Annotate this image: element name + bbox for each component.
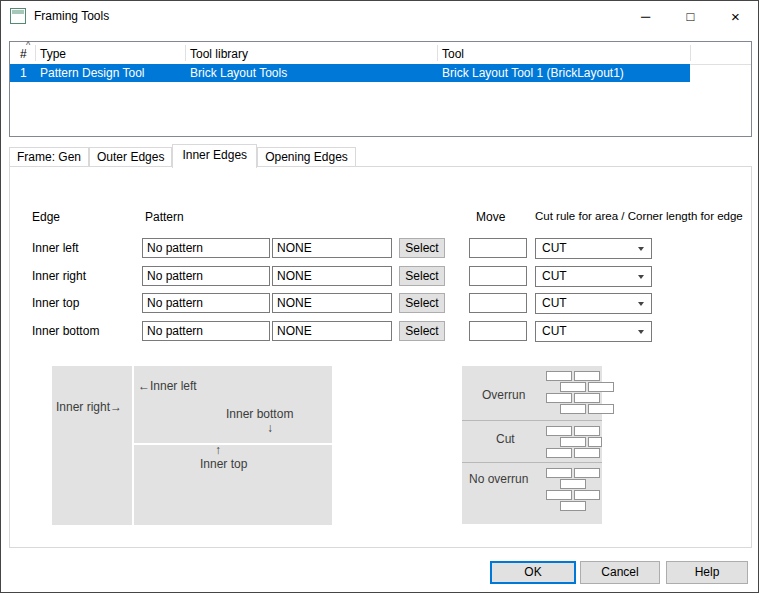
edge-label: Inner left bbox=[32, 241, 79, 255]
brick bbox=[574, 426, 600, 436]
cell-number: 1 bbox=[20, 64, 27, 82]
move-field[interactable] bbox=[469, 238, 527, 258]
pattern-library-field[interactable] bbox=[272, 293, 392, 313]
table-row-selected[interactable]: 1 Pattern Design Tool Brick Layout Tools… bbox=[10, 64, 690, 82]
chevron-down-icon bbox=[638, 275, 644, 279]
header-cut-rule: Cut rule for area / Corner length for ed… bbox=[535, 210, 743, 222]
column-header-tool-library[interactable]: Tool library bbox=[190, 47, 248, 61]
pattern-library-field[interactable] bbox=[272, 238, 392, 258]
brick bbox=[574, 448, 600, 458]
legend-label-no-overrun: No overrun bbox=[469, 472, 528, 486]
up-arrow-icon: ↑ bbox=[215, 443, 221, 457]
pattern-field[interactable] bbox=[142, 321, 270, 341]
cut-rule-dropdown[interactable]: CUT bbox=[535, 321, 652, 342]
brick bbox=[588, 404, 614, 414]
inner-edges-panel: Edge Pattern Move Cut rule for area / Co… bbox=[9, 166, 752, 548]
maximize-icon: □ bbox=[687, 9, 695, 24]
brick bbox=[560, 437, 586, 447]
pattern-library-field[interactable] bbox=[272, 266, 392, 286]
tab-opening-edges[interactable]: Opening Edges bbox=[257, 147, 356, 167]
column-header-tool[interactable]: Tool bbox=[442, 47, 464, 61]
tab-frame-gen[interactable]: Frame: Gen bbox=[9, 147, 89, 167]
legend-label-cut: Cut bbox=[496, 432, 515, 446]
pattern-field[interactable] bbox=[142, 293, 270, 313]
window-controls: ─ □ × bbox=[623, 1, 758, 31]
help-button[interactable]: Help bbox=[666, 561, 748, 584]
select-button[interactable]: Select bbox=[399, 238, 445, 258]
tab-strip: Frame: Gen Outer Edges Inner Edges Openi… bbox=[9, 144, 356, 167]
ok-button[interactable]: OK bbox=[490, 561, 576, 584]
brick bbox=[546, 448, 572, 458]
move-field[interactable] bbox=[469, 293, 527, 313]
diagram-label-inner-bottom: Inner bottom bbox=[226, 407, 293, 421]
column-header-type[interactable]: Type bbox=[40, 47, 66, 61]
close-icon: × bbox=[731, 8, 740, 25]
titlebar[interactable]: Framing Tools ─ □ × bbox=[1, 1, 758, 31]
close-button[interactable]: × bbox=[713, 1, 758, 31]
framing-tools-dialog: Framing Tools ─ □ × ^ # Type Tool librar… bbox=[0, 0, 759, 593]
legend-divider bbox=[462, 420, 602, 421]
cut-rule-value: CUT bbox=[542, 296, 567, 310]
cancel-button[interactable]: Cancel bbox=[580, 561, 660, 584]
chevron-down-icon bbox=[638, 302, 644, 306]
tab-inner-edges[interactable]: Inner Edges bbox=[172, 144, 257, 168]
chevron-down-icon bbox=[638, 247, 644, 251]
diagram-top-box bbox=[134, 366, 332, 443]
brick bbox=[546, 371, 572, 381]
select-button[interactable]: Select bbox=[399, 293, 445, 313]
edge-row-inner-right: Inner right Select CUT bbox=[10, 266, 751, 287]
tool-table: ^ # Type Tool library Tool 1 Pattern Des… bbox=[9, 41, 752, 137]
maximize-button[interactable]: □ bbox=[668, 1, 713, 31]
cut-rule-value: CUT bbox=[542, 324, 567, 338]
diagram-label-inner-top: Inner top bbox=[200, 457, 247, 471]
tool-table-header: ^ # Type Tool library Tool bbox=[10, 42, 751, 65]
pattern-field[interactable] bbox=[142, 238, 270, 258]
brick bbox=[546, 468, 572, 478]
cell-tool-library: Brick Layout Tools bbox=[190, 64, 287, 82]
move-field[interactable] bbox=[469, 321, 527, 341]
tab-outer-edges[interactable]: Outer Edges bbox=[89, 147, 172, 167]
down-arrow-icon: ↓ bbox=[267, 421, 273, 435]
brick bbox=[574, 393, 600, 403]
brick bbox=[588, 382, 614, 392]
edge-row-inner-left: Inner left Select CUT bbox=[10, 238, 751, 259]
edge-label: Inner right bbox=[32, 269, 86, 283]
chevron-down-icon bbox=[638, 330, 644, 334]
diagram-inner-right-box bbox=[52, 366, 132, 525]
pattern-library-field[interactable] bbox=[272, 321, 392, 341]
edge-row-inner-top: Inner top Select CUT bbox=[10, 293, 751, 314]
column-header-number[interactable]: # bbox=[20, 47, 27, 61]
minimize-icon: ─ bbox=[641, 9, 650, 24]
legend-divider bbox=[462, 462, 602, 463]
cell-type: Pattern Design Tool bbox=[40, 64, 145, 82]
diagram-label-inner-left: ←Inner left bbox=[138, 379, 197, 393]
legend-label-overrun: Overrun bbox=[482, 388, 525, 402]
brick bbox=[560, 501, 586, 511]
pattern-field[interactable] bbox=[142, 266, 270, 286]
app-icon bbox=[10, 8, 26, 24]
brick bbox=[546, 426, 572, 436]
header-pattern: Pattern bbox=[145, 210, 184, 224]
select-button[interactable]: Select bbox=[399, 321, 445, 341]
cut-rule-dropdown[interactable]: CUT bbox=[535, 266, 652, 287]
diagram-label-inner-right: Inner right→ bbox=[56, 400, 122, 414]
select-button[interactable]: Select bbox=[399, 266, 445, 286]
minimize-button[interactable]: ─ bbox=[623, 1, 668, 31]
cut-rule-value: CUT bbox=[542, 269, 567, 283]
cut-rule-value: CUT bbox=[542, 241, 567, 255]
cut-rule-dropdown[interactable]: CUT bbox=[535, 238, 652, 259]
cut-rule-dropdown[interactable]: CUT bbox=[535, 293, 652, 314]
window-title: Framing Tools bbox=[34, 9, 109, 23]
move-field[interactable] bbox=[469, 266, 527, 286]
brick bbox=[574, 468, 600, 478]
brick bbox=[560, 479, 586, 489]
brick bbox=[546, 490, 572, 500]
edge-label: Inner top bbox=[32, 296, 79, 310]
header-edge: Edge bbox=[32, 210, 60, 224]
brick bbox=[574, 490, 600, 500]
edge-row-inner-bottom: Inner bottom Select CUT bbox=[10, 321, 751, 342]
cell-tool: Brick Layout Tool 1 (BrickLayout1) bbox=[442, 64, 624, 82]
brick bbox=[574, 371, 600, 381]
header-move: Move bbox=[476, 210, 505, 224]
column-separator bbox=[437, 45, 438, 61]
